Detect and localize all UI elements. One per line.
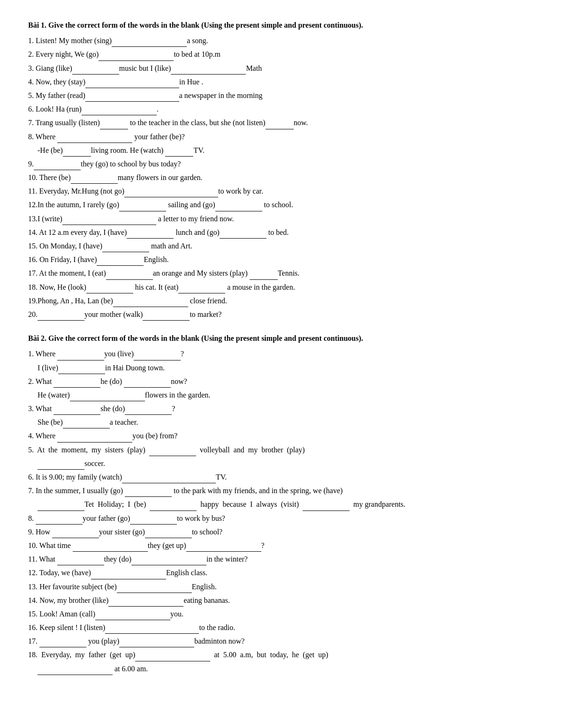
blank — [186, 551, 261, 552]
blank — [130, 524, 177, 525]
list-item: I (live)in Hai Duong town. — [38, 361, 535, 374]
blank — [106, 279, 153, 280]
list-item: 6. It is 9.00; my family (watch)TV. — [28, 471, 535, 483]
list-item: She (be)a teacher. — [38, 416, 535, 428]
list-item: 17. At the moment, I (eat)an orange and … — [28, 267, 535, 279]
blank — [127, 238, 174, 239]
list-item: 8. your father (go)to work by bus? — [28, 512, 535, 525]
blank — [150, 510, 197, 511]
list-item: 19.Phong, An , Ha, Lan (be) close friend… — [28, 294, 535, 307]
list-item: 1. Listen! My mother (sing)a song. — [28, 34, 535, 47]
blank — [62, 225, 156, 225]
list-item: 4. Where you (be) from? — [28, 429, 535, 442]
bai1-title: Bài 1. Give the correct form of the word… — [28, 19, 535, 31]
list-item: 4. Now, they (stay)in Hue . — [28, 75, 535, 88]
list-item: 18. Everyday, my father (get up) at 5.00… — [28, 648, 535, 661]
list-item: 10. What time they (get up)? — [28, 539, 535, 552]
blank — [99, 60, 174, 61]
blank — [85, 88, 179, 88]
blank — [72, 74, 119, 75]
list-item: -He (be)living room. He (watch) TV. — [38, 144, 535, 157]
list-item: 18. Now, He (look) his cat. It (eat) a m… — [28, 281, 535, 293]
list-item: 14. Now, my brother (like)eating bananas… — [28, 594, 535, 607]
list-item: 15. On Monday, I (have) math and Art. — [28, 240, 535, 252]
blank — [134, 360, 181, 360]
list-item: 9.they (go) to school by bus today? — [28, 158, 535, 170]
blank — [63, 156, 91, 157]
blank — [63, 428, 110, 428]
list-item: 12. Today, we (have)English class. — [28, 566, 535, 579]
blank — [95, 620, 170, 620]
bai1-section: Bài 1. Give the correct form of the word… — [28, 19, 535, 321]
bai2-title: Bài 2. Give the correct form of the word… — [28, 332, 535, 345]
blank — [143, 320, 190, 321]
list-item: 1. Where you (live)? — [28, 347, 535, 360]
list-item: 20.your mother (walk)to market? — [28, 308, 535, 321]
blank — [38, 320, 84, 321]
blank — [70, 401, 145, 401]
blank — [135, 661, 210, 661]
blank — [250, 279, 278, 280]
blank — [38, 469, 84, 470]
blank — [53, 414, 100, 415]
list-item: 8. Where your father (be)? — [28, 130, 535, 143]
blank — [165, 156, 193, 157]
list-item: 5. My father (read)a newspaper in the mo… — [28, 89, 535, 102]
blank — [112, 46, 187, 47]
blank — [71, 183, 118, 184]
blank — [102, 252, 149, 252]
blank — [52, 538, 99, 538]
blank — [57, 360, 104, 360]
list-item: 13. Her favourite subject (be)English. — [28, 580, 535, 593]
list-item: 16. On Friday, I (have)English. — [28, 253, 535, 266]
blank — [145, 538, 192, 538]
list-item: 2. What he (do) now? — [28, 375, 535, 388]
blank — [119, 647, 194, 647]
blank — [34, 170, 81, 170]
list-item: 5. At the moment, my sisters (play) voll… — [28, 443, 535, 456]
blank — [171, 74, 246, 75]
blank — [125, 496, 172, 497]
list-item: 9. How your sister (go)to school? — [28, 525, 535, 538]
list-item: 7. In the summer, I usually (go) to the … — [28, 484, 535, 497]
blank — [131, 565, 206, 565]
blank — [125, 414, 172, 415]
blank — [53, 387, 100, 388]
bai2-section: Bài 2. Give the correct form of the word… — [28, 332, 535, 675]
blank — [57, 143, 132, 143]
blank — [38, 510, 84, 511]
list-item: 11. Everyday, Mr.Hung (not go)to work by… — [28, 185, 535, 197]
blank — [82, 115, 157, 115]
list-item: 14. At 12 a.m every day, I (have) lunch … — [28, 226, 535, 239]
blank — [108, 606, 183, 607]
blank — [122, 483, 216, 483]
list-item: 3. Giang (like)music but I (like)Math — [28, 62, 535, 75]
blank — [303, 510, 350, 511]
blank — [124, 387, 171, 388]
blank — [86, 293, 133, 293]
page-content: Bài 1. Give the correct form of the word… — [28, 19, 535, 675]
blank — [220, 238, 266, 239]
list-item: 3. What she (do)? — [28, 402, 535, 415]
list-item: 15. Look! Aman (call)you. — [28, 608, 535, 620]
blank — [119, 211, 166, 211]
blank — [124, 197, 218, 197]
blank — [57, 442, 132, 443]
blank — [73, 551, 148, 552]
list-item: Tet Holiday; I (be) happy because I alwa… — [38, 498, 535, 510]
blank — [100, 129, 128, 129]
list-item: 13.I (write) a letter to my friend now. — [28, 212, 535, 225]
blank — [38, 675, 113, 675]
list-item: 16. Keep silent ! I (listen)to the radio… — [28, 621, 535, 634]
blank — [36, 524, 83, 525]
blank — [58, 374, 105, 374]
list-item: 2. Every night, We (go)to bed at 10p.m — [28, 48, 535, 60]
blank — [57, 565, 104, 565]
blank — [113, 307, 188, 307]
blank — [178, 293, 225, 293]
list-item: 12.In the autumn, I rarely (go) sailing … — [28, 198, 535, 211]
list-item: 17. you (play)badminton now? — [28, 635, 535, 647]
list-item: He (water)flowers in the garden. — [38, 389, 535, 401]
blank — [215, 211, 262, 211]
list-item: 6. Look! Ha (run). — [28, 103, 535, 115]
